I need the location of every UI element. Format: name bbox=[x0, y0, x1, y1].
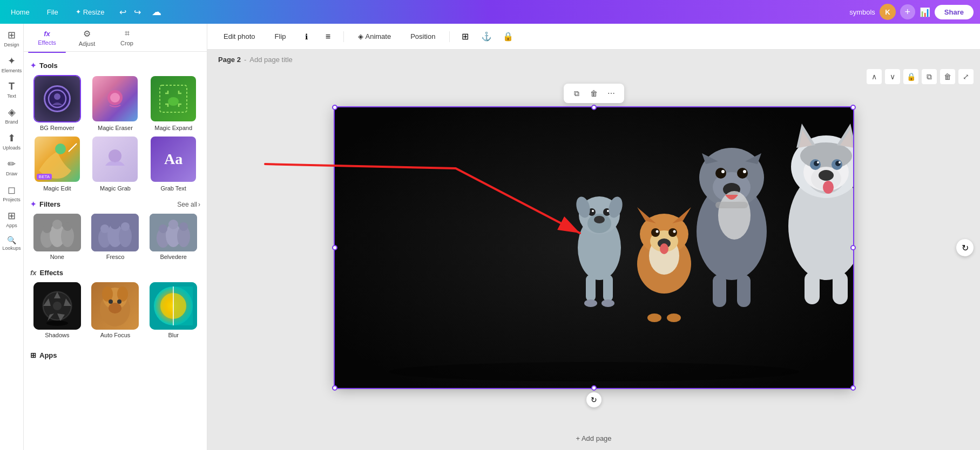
brand-icon: ◈ bbox=[8, 106, 16, 118]
svg-point-7 bbox=[109, 149, 121, 162]
svg-point-28 bbox=[179, 222, 188, 231]
svg-rect-59 bbox=[586, 275, 596, 302]
canvas[interactable]: ⧉ 🗑 ⋯ ↻ bbox=[335, 107, 853, 388]
canvas-area: Edit photo Flip ℹ ≡ ◈ Animate Position ⊞… bbox=[207, 24, 980, 450]
sidebar-item-elements[interactable]: ✦ Elements bbox=[1, 52, 23, 77]
sidebar-item-design[interactable]: ⊞ Design bbox=[1, 26, 23, 51]
add-page-button[interactable]: + Add page bbox=[576, 434, 611, 442]
handle-top-mid[interactable] bbox=[591, 105, 597, 110]
sidebar-item-apps[interactable]: ⊞ Apps bbox=[1, 207, 23, 231]
svg-point-27 bbox=[168, 220, 178, 229]
svg-point-129 bbox=[389, 362, 799, 381]
sidebar-item-text[interactable]: T Text bbox=[1, 78, 23, 102]
tools-sparkle-icon: ✦ bbox=[30, 62, 36, 70]
share-button[interactable]: Share bbox=[935, 5, 974, 19]
right-refresh-btn[interactable]: ↻ bbox=[956, 239, 974, 256]
main-layout: ⊞ Design ✦ Elements T Text ◈ Brand ⬆ Upl… bbox=[0, 24, 980, 450]
delete-element-button[interactable]: 🗑 bbox=[586, 86, 601, 101]
tool-bg-remover[interactable]: BG Remover bbox=[30, 75, 84, 131]
effect-shadows[interactable]: Shadows bbox=[30, 282, 84, 338]
lock-btn[interactable]: 🔒 bbox=[499, 28, 517, 45]
grid-icon-btn[interactable]: ⊞ bbox=[456, 28, 474, 45]
dogs-image bbox=[335, 107, 853, 388]
edit-photo-button[interactable]: Edit photo bbox=[216, 29, 263, 44]
tool-magic-eraser[interactable]: Magic Eraser bbox=[89, 75, 143, 131]
page-title-bar: Page 2 - Add page title bbox=[207, 50, 980, 69]
tools-grid: BG Remover Magic Eraser bbox=[30, 75, 200, 192]
more-options-button[interactable]: ⋯ bbox=[604, 86, 619, 101]
apps-section[interactable]: ⊞ Apps bbox=[30, 347, 200, 362]
uploads-icon: ⬆ bbox=[8, 132, 16, 144]
flip-button[interactable]: Flip bbox=[267, 29, 294, 44]
canvas-wrapper[interactable]: ⧉ 🗑 ⋯ ↻ ↻ bbox=[207, 69, 980, 426]
anchor-btn[interactable]: ⚓ bbox=[478, 28, 495, 45]
stats-icon: 📊 bbox=[920, 7, 930, 17]
handle-top-right[interactable] bbox=[850, 105, 856, 110]
position-button[interactable]: Position bbox=[403, 29, 443, 44]
svg-rect-86 bbox=[737, 275, 751, 307]
add-collaborator-button[interactable]: + bbox=[900, 4, 915, 19]
effect-blur[interactable]: Blur bbox=[146, 282, 200, 338]
cloud-save-button[interactable]: ☁ bbox=[152, 6, 161, 18]
tab-effects[interactable]: fx Effects bbox=[28, 26, 66, 49]
rotate-handle[interactable]: ↻ bbox=[586, 392, 601, 407]
user-avatar[interactable]: K bbox=[880, 4, 896, 20]
filters-sparkle-icon: ✦ bbox=[30, 200, 36, 208]
home-nav[interactable]: Home bbox=[6, 6, 34, 18]
undo-button[interactable]: ↩ bbox=[117, 5, 129, 19]
handle-mid-left[interactable] bbox=[332, 245, 337, 250]
tool-magic-expand[interactable]: Magic Expand bbox=[146, 75, 200, 131]
toolbar-divider-1 bbox=[343, 31, 344, 42]
filter-belvedere[interactable]: Belvedere bbox=[146, 214, 200, 260]
filter-fresco[interactable]: Fresco bbox=[89, 214, 143, 260]
secondary-toolbar: Edit photo Flip ℹ ≡ ◈ Animate Position ⊞… bbox=[207, 24, 980, 50]
filter-none[interactable]: None bbox=[30, 214, 84, 260]
sidebar-item-lookups[interactable]: 🔍 Lookups bbox=[1, 233, 23, 254]
effects-section-header: fx Effects bbox=[30, 269, 200, 277]
svg-point-55 bbox=[592, 210, 594, 212]
adjust-tab-icon: ⚙ bbox=[83, 29, 91, 39]
redo-button[interactable]: ↪ bbox=[132, 5, 143, 19]
sidebar-item-brand[interactable]: ◈ Brand bbox=[1, 103, 23, 128]
svg-point-13 bbox=[52, 220, 62, 229]
icon-sidebar: ⊞ Design ✦ Elements T Text ◈ Brand ⬆ Upl… bbox=[0, 24, 24, 450]
copy-element-button[interactable]: ⧉ bbox=[569, 86, 584, 101]
tool-magic-edit[interactable]: BETA Magic Edit bbox=[30, 135, 84, 192]
top-right-actions: symbols K + 📊 Share bbox=[849, 4, 974, 20]
tool-grab-text[interactable]: Aa Grab Text bbox=[146, 135, 200, 192]
svg-point-40 bbox=[109, 299, 113, 304]
sidebar-item-draw[interactable]: ✏ Draw bbox=[1, 155, 23, 180]
resize-nav[interactable]: ✦ Resize bbox=[71, 6, 109, 18]
file-nav[interactable]: File bbox=[43, 6, 63, 18]
animate-icon: ◈ bbox=[358, 32, 363, 40]
svg-point-61 bbox=[584, 299, 597, 307]
effect-autofocus[interactable]: Auto Focus bbox=[89, 282, 143, 338]
svg-point-73 bbox=[667, 313, 681, 322]
sidebar-item-uploads[interactable]: ⬆ Uploads bbox=[1, 129, 23, 154]
tool-magic-grab[interactable]: Magic Grab bbox=[89, 135, 143, 192]
crop-tab-icon: ⌗ bbox=[125, 29, 130, 38]
apps-icon: ⊞ bbox=[8, 210, 16, 222]
lines-button[interactable]: ≡ bbox=[320, 28, 337, 45]
effects-sparkle-icon: fx bbox=[30, 269, 37, 277]
see-all-filters[interactable]: See all › bbox=[177, 201, 200, 208]
lookups-icon: 🔍 bbox=[7, 236, 16, 244]
svg-rect-101 bbox=[805, 272, 820, 304]
symbols-text: symbols bbox=[849, 8, 875, 16]
handle-bot-left[interactable] bbox=[332, 385, 337, 391]
svg-point-20 bbox=[110, 220, 120, 229]
filters-section-header: ✦ Filters See all › bbox=[30, 200, 200, 208]
handle-bot-mid[interactable] bbox=[591, 385, 597, 391]
tools-title: ✦ Tools bbox=[30, 62, 58, 70]
panel-tabs: fx Effects ⚙ Adjust ⌗ Crop bbox=[24, 24, 207, 52]
handle-mid-right[interactable] bbox=[850, 245, 856, 250]
page-title-input[interactable]: Add page title bbox=[249, 56, 293, 64]
tab-crop[interactable]: ⌗ Crop bbox=[108, 25, 146, 50]
svg-point-62 bbox=[601, 299, 614, 307]
handle-bot-right[interactable] bbox=[850, 385, 856, 391]
handle-top-left[interactable] bbox=[332, 105, 337, 110]
tab-adjust[interactable]: ⚙ Adjust bbox=[68, 25, 106, 50]
sidebar-item-projects[interactable]: ◻ Projects bbox=[1, 181, 23, 206]
animate-button[interactable]: ◈ Animate bbox=[350, 29, 399, 44]
info-button[interactable]: ℹ bbox=[298, 28, 315, 45]
